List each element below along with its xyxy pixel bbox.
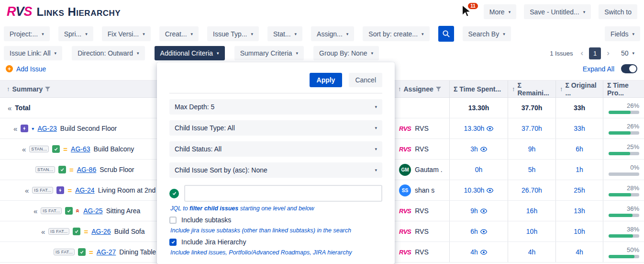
column-header-remaining[interactable]: ↑ Σ Remaini... <box>508 80 555 97</box>
original-value[interactable]: 4h <box>576 248 583 256</box>
eye-icon[interactable] <box>487 126 493 131</box>
issue-key-link[interactable]: AG-86 <box>77 166 96 173</box>
filter-funnel-icon[interactable] <box>436 87 441 92</box>
time-spent-cell: 4h <box>449 242 508 262</box>
collapse-icon[interactable]: « <box>41 228 45 236</box>
time-spent-value[interactable]: 0h <box>475 166 483 173</box>
prev-page-button[interactable]: ‹ <box>580 48 585 58</box>
time-spent-value[interactable]: 3h <box>470 145 478 153</box>
max-depth-select[interactable]: Max Depth: 5▾ <box>169 99 382 115</box>
chevron-down-icon: ▾ <box>422 32 424 36</box>
eye-icon[interactable] <box>480 208 487 214</box>
chevron-down-icon: ▾ <box>583 10 586 14</box>
total-label: Total <box>15 104 30 112</box>
page-size-dropdown[interactable]: 50▾ <box>615 46 640 60</box>
remaining-value[interactable]: 10h <box>526 228 537 235</box>
collapse-icon[interactable]: « <box>22 145 26 153</box>
collapse-icon[interactable]: « <box>33 207 37 215</box>
issue-key-link[interactable]: AG-23 <box>37 125 56 132</box>
remaining-value[interactable]: 4h <box>528 248 536 256</box>
add-issue-button[interactable]: + Add Issue <box>6 65 46 73</box>
filter-label: Fix Versi... <box>108 30 139 38</box>
eye-icon[interactable] <box>480 250 487 255</box>
check-icon <box>171 240 176 244</box>
filter-label: Project:... <box>10 30 38 38</box>
issue-link-dropdown[interactable]: Issue Link: All▾ <box>4 46 62 60</box>
fields-dropdown[interactable]: Fields▾ <box>605 26 640 41</box>
column-header-time-progress[interactable]: Σ Time Pro... <box>603 80 644 97</box>
current-page[interactable]: 1 <box>589 47 601 59</box>
link-type-badge: IS FAT... <box>48 228 69 235</box>
time-spent-value[interactable]: 4h <box>470 248 478 256</box>
eye-icon[interactable] <box>480 229 487 234</box>
remaining-cell: 5h <box>508 160 555 180</box>
save-dropdown[interactable]: Save - Untitled... ▾ <box>524 4 591 19</box>
column-header-assignee[interactable]: ↑ Assignee <box>394 80 449 97</box>
issue-key-link[interactable]: AG-27 <box>97 248 116 256</box>
apply-button[interactable]: Apply <box>310 73 343 87</box>
jql-hint: JQL to filter child issues starting one … <box>170 205 382 212</box>
eye-icon[interactable] <box>480 147 487 152</box>
sort-by-dropdown[interactable]: Sort by: create...▾ <box>363 26 429 41</box>
direction-dropdown[interactable]: Direction: Outward▾ <box>72 46 144 60</box>
collapse-icon[interactable]: « <box>13 125 17 133</box>
issue-key-link[interactable]: AG-26 <box>91 228 111 235</box>
filter-sprint-dropdown[interactable]: Spri...▾ <box>58 26 93 41</box>
expand-all-link[interactable]: Expand All <box>583 65 614 73</box>
jql-filter-input[interactable] <box>184 185 382 202</box>
original-value[interactable]: 10h <box>574 228 585 235</box>
original-value[interactable]: 1h <box>576 166 583 173</box>
filter-fixversion-dropdown[interactable]: Fix Versi...▾ <box>102 26 151 41</box>
remaining-value[interactable]: 5h <box>528 166 536 173</box>
search-by-dropdown[interactable]: Search By▾ <box>463 26 511 41</box>
child-status-select[interactable]: Child Status: All▾ <box>169 141 382 157</box>
additional-criteria-dropdown[interactable]: Additional Criteria▾ <box>155 46 225 60</box>
filter-label: Sort by: create... <box>368 30 418 38</box>
collapse-icon[interactable]: « <box>25 186 29 195</box>
filter-status-dropdown[interactable]: Stat...▾ <box>267 26 302 41</box>
search-button[interactable] <box>438 26 454 42</box>
group-by-dropdown[interactable]: Group By: None▾ <box>313 46 379 60</box>
next-page-button[interactable]: › <box>606 48 611 58</box>
collapse-icon[interactable]: « <box>8 104 11 112</box>
remaining-value[interactable]: 16h <box>526 207 537 215</box>
original-value[interactable]: 13h <box>574 207 585 215</box>
expand-toggle[interactable] <box>621 64 637 73</box>
jql-hint-bold: filter child issues <box>189 205 238 212</box>
child-sort-select[interactable]: Child Issue Sort by (asc): None▾ <box>169 162 382 178</box>
filter-assignee-dropdown[interactable]: Assign...▾ <box>311 26 354 41</box>
eye-icon[interactable] <box>487 188 493 193</box>
more-button[interactable]: More ▾ <box>484 4 516 19</box>
original-value[interactable]: 33h <box>574 125 585 132</box>
filter-project-dropdown[interactable]: Project:...▾ <box>4 26 50 41</box>
filter-issuetype-dropdown[interactable]: Issue Typ...▾ <box>207 26 259 41</box>
time-progress-cell: 50% <box>603 242 644 262</box>
switch-to-button[interactable]: Switch to <box>599 4 637 19</box>
include-subtasks-checkbox[interactable] <box>169 217 177 224</box>
chevron-down-icon: ▾ <box>375 126 377 130</box>
include-jira-hierarchy-checkbox[interactable] <box>169 239 177 246</box>
summary-criteria-dropdown[interactable]: Summary Criteria▾ <box>234 46 304 60</box>
column-header-original[interactable]: ↑ Σ Original ... <box>555 80 603 97</box>
pointer-notification-icon[interactable]: 11 <box>460 4 476 20</box>
remaining-value[interactable]: 37.70h <box>522 125 542 132</box>
issue-key-link[interactable]: AG-24 <box>75 186 94 194</box>
expand-caret-icon[interactable]: ▾ <box>32 126 34 131</box>
remaining-value[interactable]: 26.70h <box>522 186 542 194</box>
issue-key-link[interactable]: AG-25 <box>83 207 102 215</box>
time-spent-value[interactable]: 13.30h <box>464 125 485 132</box>
search-icon <box>442 30 450 38</box>
column-header-time-spent[interactable]: Σ Time Spent... <box>449 80 508 97</box>
original-value[interactable]: 6h <box>576 145 583 153</box>
original-value[interactable]: 25h <box>574 186 585 194</box>
time-spent-value[interactable]: 9h <box>470 207 478 215</box>
remaining-cell: 4h <box>508 242 555 262</box>
filter-created-dropdown[interactable]: Creat...▾ <box>159 26 199 41</box>
child-issue-type-select[interactable]: Child Issue Type: All▾ <box>169 120 382 136</box>
remaining-value[interactable]: 9h <box>528 145 536 153</box>
filter-funnel-icon[interactable] <box>45 87 50 92</box>
time-spent-value[interactable]: 6h <box>470 228 478 235</box>
time-spent-value[interactable]: 10.30h <box>464 186 485 194</box>
cancel-button[interactable]: Cancel <box>349 73 382 87</box>
issue-key-link[interactable]: AG-63 <box>71 145 90 153</box>
